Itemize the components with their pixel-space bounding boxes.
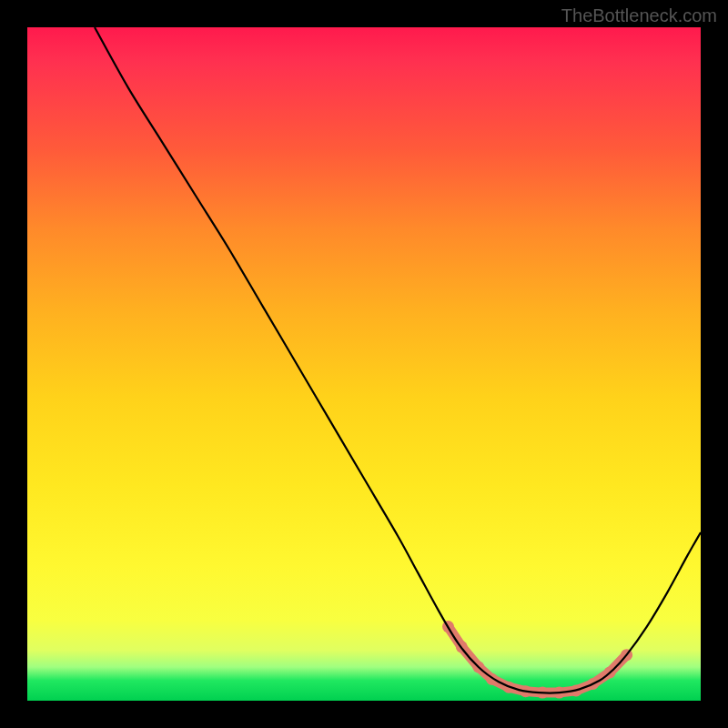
chart-container: TheBottleneck.com bbox=[0, 0, 728, 728]
plot-area bbox=[27, 27, 701, 701]
bottleneck-curve bbox=[95, 27, 701, 693]
curve-svg bbox=[27, 27, 701, 701]
watermark-text: TheBottleneck.com bbox=[561, 5, 717, 26]
